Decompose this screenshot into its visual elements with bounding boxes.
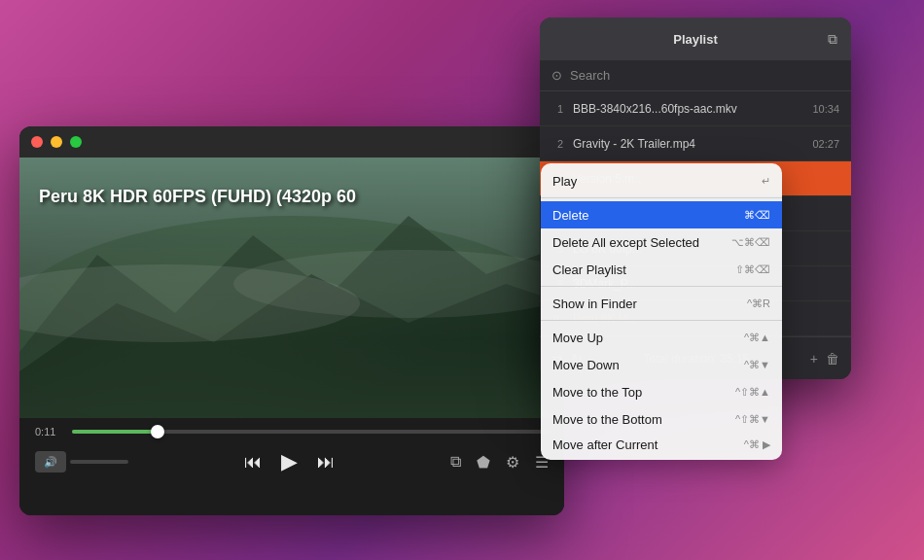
playlist-search-bar: ⊙ Search bbox=[540, 60, 851, 91]
ctx-move-top-shortcut: ^⇧⌘▲ bbox=[735, 386, 770, 399]
context-menu-delete-except[interactable]: Delete All except Selected ⌥⌘⌫ bbox=[541, 228, 782, 256]
airplay-icon[interactable]: ⬟ bbox=[477, 453, 490, 472]
ctx-play-shortcut: ↵ bbox=[762, 175, 770, 188]
delete-icon[interactable]: 🗑 bbox=[826, 351, 839, 367]
item-name: Gravity - 2K Trailer.mp4 bbox=[573, 137, 802, 151]
playlist-title: Playlist bbox=[673, 32, 718, 47]
traffic-light-yellow[interactable] bbox=[51, 136, 62, 148]
add-icon[interactable]: + bbox=[810, 351, 818, 367]
time-current: 0:11 bbox=[35, 426, 62, 438]
ctx-move-down-shortcut: ^⌘▼ bbox=[744, 359, 770, 371]
progress-row: 0:11 bbox=[35, 426, 549, 438]
ctx-move-after-shortcut: ^⌘ ▶ bbox=[744, 438, 770, 451]
next-button[interactable]: ⏭ bbox=[317, 452, 335, 472]
ctx-move-bottom-label: Move to the Bottom bbox=[552, 412, 735, 427]
playlist-item[interactable]: 2 Gravity - 2K Trailer.mp4 02:27 bbox=[540, 126, 851, 161]
player-video: Peru 8K HDR 60FPS (FUHD) (4320p 60 bbox=[19, 158, 564, 418]
settings-icon[interactable]: ⚙ bbox=[506, 453, 519, 472]
item-duration: 02:27 bbox=[812, 138, 839, 150]
progress-fill bbox=[72, 430, 158, 434]
search-icon: ⊙ bbox=[551, 68, 562, 83]
ctx-finder-label: Show in Finder bbox=[552, 297, 747, 311]
progress-thumb[interactable] bbox=[151, 425, 164, 438]
context-menu-move-after[interactable]: Move after Current ^⌘ ▶ bbox=[541, 433, 782, 460]
controls-center: ⏮ ▶ ⏭ bbox=[244, 449, 335, 474]
ctx-delete-label: Delete bbox=[552, 208, 744, 223]
playlist-item[interactable]: 1 BBB-3840x216...60fps-aac.mkv 10:34 bbox=[540, 91, 851, 126]
ctx-delete-except-label: Delete All except Selected bbox=[552, 235, 731, 250]
ctx-move-bottom-shortcut: ^⇧⌘▼ bbox=[735, 413, 770, 426]
ctx-delete-shortcut: ⌘⌫ bbox=[744, 209, 770, 222]
item-number: 1 bbox=[551, 103, 563, 115]
progress-track[interactable] bbox=[72, 430, 549, 434]
context-menu-show-finder[interactable]: Show in Finder ^⌘R bbox=[541, 290, 782, 317]
context-menu-move-bottom[interactable]: Move to the Bottom ^⇧⌘▼ bbox=[541, 405, 782, 433]
ctx-clear-shortcut: ⇧⌘⌫ bbox=[735, 263, 770, 276]
ctx-divider bbox=[541, 286, 782, 287]
item-name: BBB-3840x216...60fps-aac.mkv bbox=[573, 102, 802, 116]
ctx-finder-shortcut: ^⌘R bbox=[747, 298, 770, 310]
ctx-divider bbox=[541, 197, 782, 198]
traffic-light-green[interactable] bbox=[70, 136, 82, 148]
ctx-clear-label: Clear Playlist bbox=[552, 262, 735, 277]
volume-bar[interactable] bbox=[70, 460, 128, 464]
context-menu-move-down[interactable]: Move Down ^⌘▼ bbox=[541, 351, 782, 378]
ctx-play-label: Play bbox=[552, 174, 762, 189]
play-button[interactable]: ▶ bbox=[281, 449, 298, 474]
item-number: 2 bbox=[551, 138, 563, 150]
context-menu: Play ↵ Delete ⌘⌫ Delete All except Selec… bbox=[541, 163, 782, 460]
prev-button[interactable]: ⏮ bbox=[244, 452, 262, 472]
video-title: Peru 8K HDR 60FPS (FUHD) (4320p 60 bbox=[39, 187, 356, 207]
context-menu-move-top[interactable]: Move to the Top ^⇧⌘▲ bbox=[541, 378, 782, 405]
context-menu-clear[interactable]: Clear Playlist ⇧⌘⌫ bbox=[541, 256, 782, 283]
volume-icon[interactable]: 🔊 bbox=[35, 451, 66, 472]
ctx-divider bbox=[541, 320, 782, 321]
copy-icon[interactable]: ⧉ bbox=[828, 31, 837, 48]
traffic-light-red[interactable] bbox=[31, 136, 43, 148]
ctx-move-up-label: Move Up bbox=[552, 331, 744, 345]
controls-right: ⧉ ⬟ ⚙ ☰ bbox=[450, 453, 549, 472]
ctx-move-after-label: Move after Current bbox=[552, 438, 744, 452]
context-menu-play[interactable]: Play ↵ bbox=[541, 167, 782, 194]
pip-icon[interactable]: ⧉ bbox=[450, 453, 461, 471]
player-controls: 0:11 🔊 ⏮ ▶ ⏭ ⧉ ⬟ ⚙ ☰ bbox=[19, 418, 564, 515]
playlist-titlebar: Playlist ⧉ bbox=[540, 18, 851, 60]
controls-left: 🔊 bbox=[35, 451, 128, 472]
context-menu-move-up[interactable]: Move Up ^⌘▲ bbox=[541, 324, 782, 351]
ctx-move-down-label: Move Down bbox=[552, 358, 744, 372]
search-input[interactable]: Search bbox=[570, 68, 610, 83]
player-window: Peru 8K HDR 60FPS (FUHD) (4320p 60 0:11 … bbox=[19, 126, 564, 515]
item-duration: 10:34 bbox=[812, 103, 839, 115]
controls-row: 🔊 ⏮ ▶ ⏭ ⧉ ⬟ ⚙ ☰ bbox=[35, 449, 549, 474]
ctx-move-up-shortcut: ^⌘▲ bbox=[744, 332, 770, 344]
player-titlebar bbox=[19, 126, 564, 158]
ctx-delete-except-shortcut: ⌥⌘⌫ bbox=[731, 236, 770, 249]
context-menu-delete[interactable]: Delete ⌘⌫ bbox=[541, 201, 782, 228]
ctx-move-top-label: Move to the Top bbox=[552, 385, 735, 400]
